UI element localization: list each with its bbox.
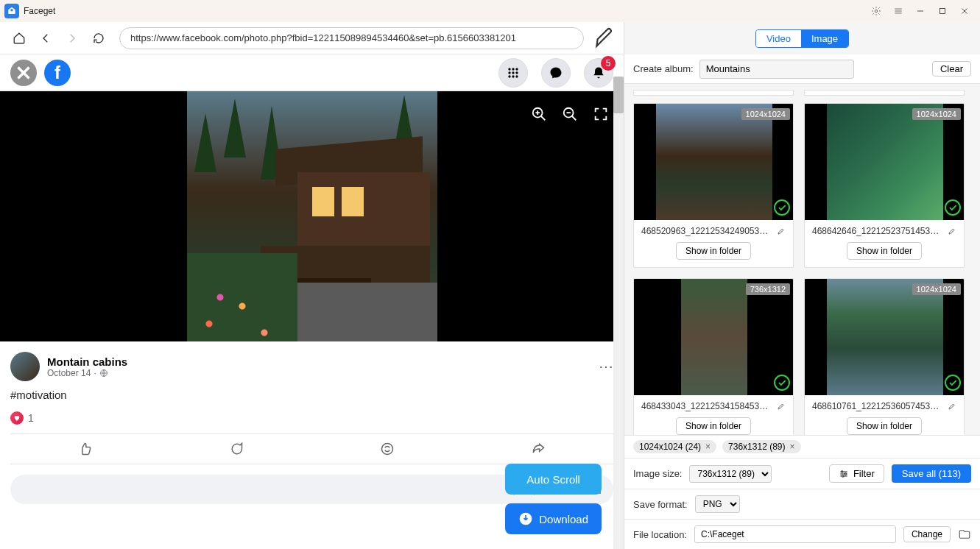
share-button[interactable] xyxy=(462,434,613,464)
fullscreen-icon[interactable] xyxy=(593,106,609,125)
image-grid: 1024x1024 468520963_122125342490534460_.… xyxy=(624,84,980,435)
tab-video[interactable]: Video xyxy=(756,30,801,47)
filter-chip[interactable]: 736x1312 (89)× xyxy=(722,440,800,453)
svg-point-12 xyxy=(515,68,518,70)
download-button[interactable]: Download xyxy=(505,503,602,534)
card-partial xyxy=(633,90,794,96)
photo-viewer xyxy=(0,91,624,341)
browser-scrollbar[interactable] xyxy=(613,77,624,549)
edit-icon[interactable] xyxy=(777,402,786,411)
settings-icon[interactable] xyxy=(865,0,887,22)
save-format-select[interactable]: PNG xyxy=(695,495,740,513)
like-button[interactable] xyxy=(10,434,161,464)
svg-point-0 xyxy=(875,10,878,13)
filter-chips: 1024x1024 (24)× 736x1312 (89)× xyxy=(624,435,980,458)
image-size-label: Image size: xyxy=(633,468,682,479)
image-card[interactable]: 736x1312 468433043_122125341584534460_..… xyxy=(633,278,794,435)
edit-icon[interactable] xyxy=(948,402,956,411)
browser-navbar: https://www.facebook.com/photo.php?fbid=… xyxy=(0,22,624,54)
change-location-button[interactable]: Change xyxy=(903,526,951,542)
post-options-icon[interactable]: ⋯ xyxy=(599,358,613,375)
highlighter-icon[interactable] xyxy=(593,26,616,50)
titlebar: Faceget xyxy=(0,0,980,22)
main-photo[interactable] xyxy=(187,91,437,341)
image-size-select[interactable]: 736x1312 (89) xyxy=(689,465,772,483)
messenger-icon[interactable] xyxy=(541,58,571,88)
svg-point-17 xyxy=(512,75,514,77)
zoom-in-icon[interactable] xyxy=(531,106,547,125)
post-caption: #motivation xyxy=(10,389,613,401)
svg-point-39 xyxy=(841,470,842,472)
image-filename: 468520963_122125342490534460_... xyxy=(641,226,772,236)
notification-badge: 5 xyxy=(601,56,616,71)
dimension-badge: 736x1312 xyxy=(746,283,790,295)
facebook-header: f 5 xyxy=(0,54,624,91)
dimension-badge: 1024x1024 xyxy=(741,108,790,120)
clear-button[interactable]: Clear xyxy=(932,61,971,77)
hamburger-icon[interactable] xyxy=(887,0,909,22)
reload-icon[interactable] xyxy=(87,26,110,50)
home-icon[interactable] xyxy=(7,26,31,50)
close-button[interactable] xyxy=(953,0,976,22)
facebook-logo-icon[interactable]: f xyxy=(44,60,71,86)
app-title: Faceget xyxy=(24,6,55,16)
show-in-folder-button[interactable]: Show in folder xyxy=(676,417,751,435)
file-location-input[interactable] xyxy=(694,525,896,543)
svg-point-15 xyxy=(515,71,518,74)
comment-button[interactable] xyxy=(161,434,312,464)
reaction-count[interactable]: 1 xyxy=(28,412,34,424)
zoom-out-icon[interactable] xyxy=(562,106,578,125)
show-in-folder-button[interactable]: Show in folder xyxy=(676,242,751,260)
edit-icon[interactable] xyxy=(777,227,786,235)
album-input[interactable] xyxy=(699,60,854,79)
dimension-badge: 1024x1024 xyxy=(912,283,961,295)
album-label: Create album: xyxy=(633,63,694,74)
image-card[interactable]: 1024x1024 468642646_122125237514534460_.… xyxy=(804,103,965,268)
check-icon xyxy=(774,199,790,216)
forward-icon[interactable] xyxy=(60,26,84,50)
image-card[interactable]: 1024x1024 468610761_122125360574534460_.… xyxy=(804,278,965,435)
image-filename: 468433043_122125341584534460_... xyxy=(641,401,772,411)
minimize-button[interactable] xyxy=(909,0,931,22)
send-button[interactable] xyxy=(312,434,463,464)
svg-point-41 xyxy=(842,475,844,476)
filter-chip[interactable]: 1024x1024 (24)× xyxy=(633,440,716,453)
svg-point-40 xyxy=(845,472,846,474)
page-name[interactable]: Montain cabins xyxy=(47,355,127,368)
chip-remove-icon[interactable]: × xyxy=(789,442,794,452)
media-tabs: Video Image xyxy=(624,22,980,54)
edit-icon[interactable] xyxy=(948,227,956,235)
card-partial xyxy=(804,90,965,96)
tab-image[interactable]: Image xyxy=(801,30,848,47)
auto-scroll-button[interactable]: Auto Scroll xyxy=(505,464,602,495)
svg-point-14 xyxy=(512,71,514,74)
svg-point-18 xyxy=(515,75,518,77)
save-all-button[interactable]: Save all (113) xyxy=(892,464,971,483)
filter-button[interactable]: Filter xyxy=(829,464,884,483)
notifications-icon[interactable]: 5 xyxy=(584,58,613,88)
love-reaction-icon[interactable] xyxy=(10,411,24,425)
dimension-badge: 1024x1024 xyxy=(912,108,961,120)
image-card[interactable]: 1024x1024 468520963_122125342490534460_.… xyxy=(633,103,794,268)
maximize-button[interactable] xyxy=(931,0,953,22)
image-filename: 468610761_122125360574534460_... xyxy=(812,401,943,411)
folder-icon[interactable] xyxy=(958,528,971,541)
svg-point-11 xyxy=(512,68,514,70)
check-icon xyxy=(945,375,961,391)
svg-point-13 xyxy=(508,71,510,74)
menu-grid-icon[interactable] xyxy=(498,58,528,88)
check-icon xyxy=(945,199,961,216)
back-icon[interactable] xyxy=(34,26,57,50)
svg-rect-5 xyxy=(940,9,945,14)
file-location-label: File location: xyxy=(633,529,687,540)
svg-point-27 xyxy=(381,444,392,455)
chip-remove-icon[interactable]: × xyxy=(705,442,711,452)
show-in-folder-button[interactable]: Show in folder xyxy=(847,242,922,260)
close-photo-icon[interactable] xyxy=(10,60,37,86)
image-filename: 468642646_122125237514534460_... xyxy=(812,226,943,236)
save-format-label: Save format: xyxy=(633,499,688,510)
page-avatar[interactable] xyxy=(10,352,40,381)
url-bar[interactable]: https://www.facebook.com/photo.php?fbid=… xyxy=(119,27,584,49)
show-in-folder-button[interactable]: Show in folder xyxy=(847,417,922,435)
check-icon xyxy=(774,375,790,391)
